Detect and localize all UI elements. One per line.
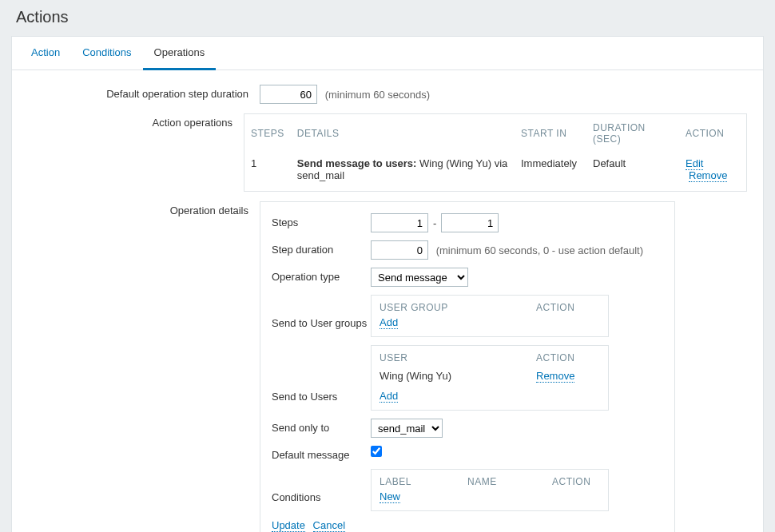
row-default-msg: Default message — [260, 446, 674, 461]
user-row: Wing (Wing Yu) Remove — [380, 367, 600, 385]
link-cancel[interactable]: Cancel — [313, 519, 345, 532]
user-add-row: Add — [380, 390, 600, 402]
control-send-users: USER ACTION Wing (Wing Yu) Remove — [371, 345, 663, 411]
label-conditions: Conditions — [272, 488, 371, 511]
control-steps: - — [371, 213, 663, 232]
control-update-cancel: Update Cancel — [272, 519, 663, 531]
th-details: DETAILS — [291, 114, 515, 153]
row-send-users: Send to Users USER ACTION Wing (Wing Yu) — [260, 345, 674, 411]
th-steps: STEPS — [244, 114, 291, 153]
label-send-only: Send only to — [272, 419, 371, 434]
label-send-users: Send to Users — [272, 387, 371, 411]
th-cond-action: ACTION — [552, 476, 600, 487]
label-send-groups: Send to User groups — [272, 314, 371, 337]
row-op-type: Operation type Send message — [260, 268, 674, 287]
operation-details-box: Steps - Step duration (minimum 60 second… — [260, 201, 675, 532]
steps-dash: - — [433, 217, 436, 229]
cell-action: Edit Remove — [679, 153, 746, 191]
th-user-action: ACTION — [536, 352, 600, 363]
main-panel: Action Conditions Operations Default ope… — [11, 36, 764, 532]
label-op-type: Operation type — [272, 268, 371, 283]
th-cond-name: NAME — [467, 476, 552, 487]
link-new-condition[interactable]: New — [380, 490, 400, 503]
tab-action[interactable]: Action — [20, 37, 71, 69]
row-conditions: Conditions LABEL NAME ACTION New — [260, 469, 674, 511]
cell-details: Send message to users: Wing (Wing Yu) vi… — [291, 153, 515, 191]
label-default-duration: Default operation step duration — [28, 85, 260, 100]
cell-details-bold: Send message to users: — [297, 157, 417, 169]
table-row: 1 Send message to users: Wing (Wing Yu) … — [244, 153, 746, 191]
th-action: ACTION — [679, 114, 746, 153]
control-default-msg — [371, 446, 663, 459]
row-update-cancel: Update Cancel — [260, 519, 674, 531]
th-user: USER — [380, 352, 536, 363]
label-operation-details: Operation details — [28, 201, 260, 216]
control-default-duration: (minimum 60 seconds) — [260, 85, 747, 104]
hint-default-duration: (minimum 60 seconds) — [325, 89, 431, 101]
link-add-user[interactable]: Add — [380, 390, 398, 403]
tab-conditions[interactable]: Conditions — [71, 37, 142, 69]
user-header: USER ACTION — [372, 346, 608, 367]
control-conditions: LABEL NAME ACTION New — [371, 469, 663, 511]
label-step-duration: Step duration — [272, 240, 371, 256]
link-add-usergroup[interactable]: Add — [380, 316, 398, 329]
tabs: Action Conditions Operations — [12, 37, 763, 70]
input-step-duration[interactable] — [371, 240, 428, 260]
user-action: Remove — [536, 370, 600, 382]
usergroup-table: USER GROUP ACTION Add — [371, 295, 609, 337]
label-action-operations: Action operations — [28, 113, 244, 129]
control-operation-details: Steps - Step duration (minimum 60 second… — [260, 201, 747, 532]
page-title: Actions — [16, 8, 759, 26]
conditions-table: LABEL NAME ACTION New — [371, 469, 609, 511]
form-area: Default operation step duration (minimum… — [12, 70, 763, 532]
control-op-type: Send message — [371, 268, 663, 287]
control-action-operations: STEPS DETAILS START IN DURATION (SEC) AC… — [244, 113, 747, 192]
user-name: Wing (Wing Yu) — [380, 370, 536, 382]
select-send-only[interactable]: send_mail — [371, 419, 443, 438]
input-default-duration[interactable] — [260, 85, 317, 104]
select-op-type[interactable]: Send message — [371, 268, 468, 287]
th-usergroup-action: ACTION — [536, 302, 600, 313]
conditions-header: LABEL NAME ACTION — [372, 470, 608, 490]
cell-steps: 1 — [244, 153, 291, 191]
input-steps-to[interactable] — [441, 213, 499, 232]
th-cond-label: LABEL — [380, 476, 467, 487]
cell-startin: Immediately — [515, 153, 586, 191]
row-step-duration: Step duration (minimum 60 seconds, 0 - u… — [260, 240, 674, 260]
link-update[interactable]: Update — [272, 519, 305, 532]
th-startin: START IN — [515, 114, 586, 153]
th-duration: DURATION (SEC) — [586, 114, 679, 153]
row-send-only: Send only to send_mail — [260, 419, 674, 438]
row-default-duration: Default operation step duration (minimum… — [28, 85, 747, 104]
control-send-groups: USER GROUP ACTION Add — [371, 295, 663, 337]
cell-duration: Default — [586, 153, 679, 191]
link-remove[interactable]: Remove — [689, 169, 727, 182]
row-action-operations: Action operations STEPS DETAILS START IN… — [28, 113, 747, 192]
action-operations-table: STEPS DETAILS START IN DURATION (SEC) AC… — [244, 113, 747, 192]
tab-operations[interactable]: Operations — [143, 37, 217, 70]
label-steps: Steps — [272, 213, 371, 228]
user-table: USER ACTION Wing (Wing Yu) Remove — [371, 345, 609, 411]
label-default-msg: Default message — [272, 446, 371, 461]
row-send-groups: Send to User groups USER GROUP ACTION Ad… — [260, 295, 674, 337]
checkbox-default-msg[interactable] — [371, 446, 382, 457]
usergroup-body: Add — [372, 316, 608, 336]
user-body: Wing (Wing Yu) Remove Add — [372, 367, 608, 410]
row-operation-details: Operation details Steps - Step duration — [28, 201, 747, 532]
input-steps-from[interactable] — [371, 213, 428, 232]
conditions-body: New — [372, 490, 608, 510]
th-usergroup: USER GROUP — [380, 302, 536, 313]
hint-step-duration: (minimum 60 seconds, 0 - use action defa… — [436, 244, 643, 256]
row-steps: Steps - — [260, 213, 674, 232]
page-header: Actions — [0, 0, 775, 36]
control-send-only: send_mail — [371, 419, 663, 438]
usergroup-header: USER GROUP ACTION — [372, 296, 608, 316]
link-remove-user[interactable]: Remove — [536, 370, 574, 383]
control-step-duration: (minimum 60 seconds, 0 - use action defa… — [371, 240, 663, 260]
link-edit[interactable]: Edit — [686, 157, 703, 170]
